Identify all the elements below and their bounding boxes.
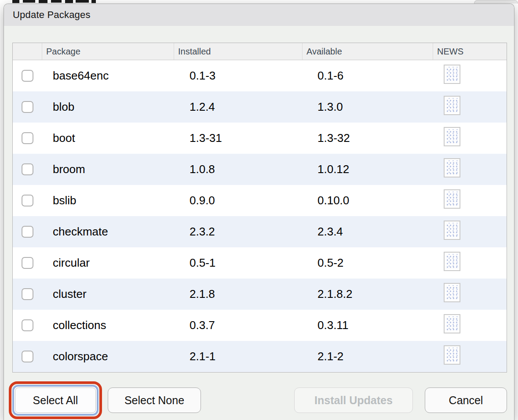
table-row: blob 1.2.4 1.3.0	[13, 91, 507, 123]
background-toolbar-fragment	[23, 0, 35, 3]
update-packages-dialog: Update Packages Package Installed Availa…	[4, 4, 514, 420]
table-row: boot 1.3-31 1.3-32	[13, 123, 507, 154]
row-checkbox[interactable]	[22, 226, 33, 238]
package-name: collections	[42, 319, 174, 332]
package-name: colorspace	[42, 350, 174, 363]
package-name: circular	[42, 256, 174, 270]
available-version: 2.1.8.2	[302, 287, 433, 301]
installed-version: 0.5-1	[174, 256, 302, 270]
installed-version: 0.3.7	[174, 319, 302, 332]
news-cell	[433, 127, 507, 149]
table-row: cluster 2.1.8 2.1.8.2	[13, 279, 507, 310]
background-toolbar-fragment	[65, 0, 73, 3]
package-name: checkmate	[42, 225, 174, 239]
select-cell	[13, 226, 42, 238]
click-annotation-ring: Select All	[9, 381, 102, 419]
installed-version: 1.0.8	[174, 163, 302, 176]
news-document-icon[interactable]	[444, 96, 460, 115]
available-version: 1.3-32	[302, 131, 433, 145]
news-cell	[433, 189, 507, 212]
package-name: bslib	[42, 194, 174, 207]
row-checkbox[interactable]	[22, 70, 33, 82]
installed-version: 2.1-1	[174, 350, 302, 363]
news-document-icon[interactable]	[444, 345, 460, 365]
news-document-icon[interactable]	[444, 189, 460, 209]
table-header-row: Package Installed Available NEWS	[13, 43, 507, 60]
news-document-icon[interactable]	[444, 283, 460, 302]
select-all-focus-ring: Select All	[12, 385, 98, 416]
news-document-icon[interactable]	[444, 158, 460, 177]
news-document-icon[interactable]	[444, 127, 460, 146]
select-cell	[13, 163, 42, 175]
available-version: 0.10.0	[302, 194, 433, 207]
installed-version: 2.1.8	[174, 287, 302, 301]
install-updates-button: Install Updates	[294, 387, 413, 413]
news-cell	[433, 221, 507, 243]
news-document-icon[interactable]	[444, 65, 460, 84]
screen: Update Packages Package Installed Availa…	[0, 0, 518, 420]
background-toolbar-fragment	[51, 0, 62, 3]
select-cell	[13, 257, 42, 269]
news-document-icon[interactable]	[444, 314, 460, 333]
available-version: 1.0.12	[302, 163, 433, 176]
package-name: boot	[42, 131, 174, 145]
dialog-body: Package Installed Available NEWS base64e…	[4, 26, 514, 418]
column-header-news: NEWS	[433, 43, 507, 60]
column-header-select	[13, 43, 42, 60]
background-window-sliver	[0, 0, 518, 4]
dialog-footer: Select All Select None Install Updates C…	[12, 382, 507, 418]
select-cell	[13, 288, 42, 300]
table-row: base64enc 0.1-3 0.1-6	[13, 60, 507, 91]
cancel-button[interactable]: Cancel	[425, 387, 507, 413]
news-cell	[433, 65, 507, 87]
select-none-button[interactable]: Select None	[108, 387, 201, 413]
footer-right-group: Install Updates Cancel	[294, 387, 507, 413]
installed-version: 0.9.0	[174, 194, 302, 207]
select-cell	[13, 319, 42, 331]
row-checkbox[interactable]	[22, 351, 33, 362]
installed-version: 1.2.4	[174, 100, 302, 114]
background-toolbar-fragment	[76, 0, 89, 3]
select-cell	[13, 132, 42, 144]
row-checkbox[interactable]	[22, 132, 33, 144]
packages-table: Package Installed Available NEWS base64e…	[12, 43, 507, 373]
news-document-icon[interactable]	[444, 252, 460, 271]
news-cell	[433, 96, 507, 118]
select-all-button[interactable]: Select All	[15, 387, 96, 413]
package-name: base64enc	[42, 69, 174, 83]
news-cell	[433, 252, 507, 274]
select-cell	[13, 70, 42, 82]
table-row: collections 0.3.7 0.3.11	[13, 310, 507, 341]
background-panel-corner	[474, 0, 518, 4]
news-cell	[433, 158, 507, 181]
available-version: 1.3.0	[302, 100, 433, 114]
table-row: colorspace 2.1-1 2.1-2	[13, 341, 507, 372]
row-checkbox[interactable]	[22, 101, 33, 113]
package-name: blob	[42, 100, 174, 114]
installed-version: 2.3.2	[174, 225, 302, 239]
news-document-icon[interactable]	[444, 221, 460, 240]
installed-version: 1.3-31	[174, 131, 302, 145]
package-name: broom	[42, 163, 174, 176]
table-row: checkmate 2.3.2 2.3.4	[13, 216, 507, 247]
table-row: broom 1.0.8 1.0.12	[13, 154, 507, 185]
news-cell	[433, 283, 507, 305]
available-version: 0.1-6	[302, 69, 433, 83]
installed-version: 0.1-3	[174, 69, 302, 83]
background-toolbar-fragment	[91, 0, 96, 3]
column-header-package: Package	[42, 43, 174, 60]
available-version: 2.3.4	[302, 225, 433, 239]
row-checkbox[interactable]	[22, 257, 33, 269]
package-name: cluster	[42, 287, 174, 301]
row-checkbox[interactable]	[22, 288, 33, 300]
footer-left-group: Select All Select None	[12, 385, 201, 416]
table-body: base64enc 0.1-3 0.1-6 blob 1.2.4 1.3.0 b…	[13, 60, 507, 372]
row-checkbox[interactable]	[22, 163, 33, 175]
row-checkbox[interactable]	[22, 319, 33, 331]
news-cell	[433, 314, 507, 337]
available-version: 0.5-2	[302, 256, 433, 270]
news-cell	[433, 345, 507, 368]
row-checkbox[interactable]	[22, 195, 33, 206]
column-header-available: Available	[302, 43, 433, 60]
table-row: bslib 0.9.0 0.10.0	[13, 185, 507, 216]
